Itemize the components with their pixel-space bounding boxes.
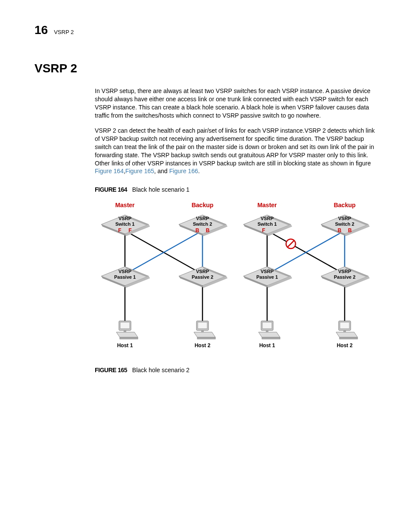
paragraph-2-text: VSRP 2 can detect the health of each pai… [95,127,375,167]
figure-ref-164[interactable]: Figure 164 [95,168,124,174]
host-1-label-r: Host 1 [259,342,275,348]
svg-text:Passive 1: Passive 1 [256,274,278,280]
passive-1-l2: Passive 1 [114,274,136,280]
switch-2-state-a: B [196,227,199,233]
host-2-icon [194,321,215,339]
host-2-label: Host 2 [195,342,211,348]
switch-1-state-b: F [128,227,131,233]
passive-1-l1: VSRP [118,269,131,274]
figure-ref-166[interactable]: Figure 166 [169,168,198,174]
switch-2-l1: VSRP [196,216,209,221]
header-section: VSRP 2 [54,28,74,36]
figure-164-label: FIGURE 164 [95,186,127,193]
host-1-icon-r [258,321,280,339]
switch-2-state-b: B [206,227,210,233]
host-1-icon [116,321,138,339]
paragraph-2: VSRP 2 can detect the health of each pai… [95,127,377,175]
switch-1-state-r: F [262,227,265,233]
passive-2-l2: Passive 2 [192,274,213,280]
role-master-label: Master [115,202,135,208]
switch-2-state-rb: B [348,227,352,233]
chapter-number: 16 [34,22,48,38]
svg-text:Passive 2: Passive 2 [334,274,355,280]
figure-165-caption-text: Black hole scenario 2 [132,367,190,373]
svg-text:VSRP: VSRP [261,269,274,274]
figure-164-caption: FIGURE 164 Black hole scenario 1 [95,186,377,194]
svg-text:VSRP: VSRP [261,216,274,221]
passive-2-l1: VSRP [196,269,209,274]
host-1-label: Host 1 [117,342,133,348]
svg-text:VSRP: VSRP [338,216,351,221]
svg-text:VSRP: VSRP [338,269,351,274]
diagram-svg: Master Backup VSRP Switch 1 F F VSRP Swi… [95,199,375,362]
section-title: VSRP 2 [34,60,377,77]
svg-text:Switch 1: Switch 1 [258,221,277,227]
role-backup-label: Backup [192,202,214,208]
figure-165-label: FIGURE 165 [95,367,127,373]
switch-1-l2: Switch 1 [115,221,135,227]
switch-1-l1: VSRP [118,216,131,221]
host-2-label-r: Host 2 [337,342,353,348]
role-backup-label-2: Backup [334,202,356,208]
switch-2-l2: Switch 2 [193,221,212,227]
switch-2-state-ra: B [338,227,342,233]
role-master-label-2: Master [257,202,277,208]
paragraph-1: In VSRP setup, there are always at least… [95,87,377,120]
figure-164-diagram: Master Backup VSRP Switch 1 F F VSRP Swi… [95,199,375,365]
figure-164-caption-text: Black hole scenario 1 [132,186,190,193]
switch-1-state-a: F [118,227,121,233]
page-header: 16 VSRP 2 [34,22,377,38]
host-2-icon-r [336,321,358,339]
figure-165-caption: FIGURE 165 Black hole scenario 2 [95,366,377,375]
svg-text:Switch 2: Switch 2 [335,221,355,227]
figure-ref-165[interactable]: Figure 165 [125,168,154,174]
